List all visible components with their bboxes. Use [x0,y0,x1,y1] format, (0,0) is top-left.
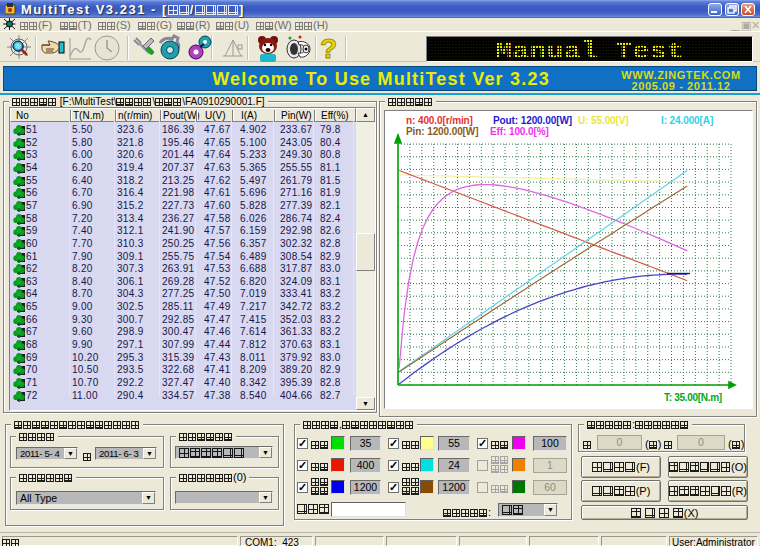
svg-text:?: ? [320,34,337,62]
